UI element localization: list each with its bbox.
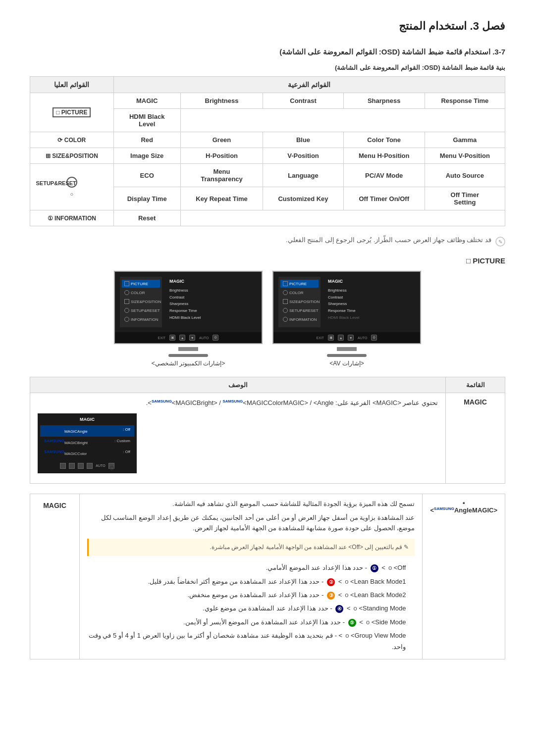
magic-btn-4[interactable] bbox=[87, 463, 93, 469]
monitor-row: PICTURE COLOR SIZE&POSITION SETUP&RESET bbox=[30, 271, 505, 367]
angle-detail: عند المشاهدة بزاوية من أسفل جهاز العرض أ… bbox=[87, 513, 415, 534]
sidebar-size-r: SIZE&POSITION bbox=[280, 298, 319, 305]
badge-5: ⑤ bbox=[348, 619, 356, 627]
monitor-right-bottom: EXIT ▣ ▲ ▼ AUTO ⚙ bbox=[273, 332, 420, 343]
note-icon: ✎ bbox=[495, 237, 505, 247]
desc-table: القائمة الوصف MAGIC تحتوي عناصر <MAGIC> … bbox=[30, 377, 505, 484]
angle-note: ✎ قم بالتعيين إلى <Off> عند المشاهدة من … bbox=[87, 539, 415, 556]
picture-heading: PICTURE □ bbox=[30, 256, 505, 265]
table-row: Menu V-Position Menu H-Position V-Positi… bbox=[30, 148, 505, 164]
monitor-left-bottom: EXIT ▣ ▲ ▼ AUTO ⚙ bbox=[115, 332, 262, 343]
panel-sharpness: Sharpness bbox=[169, 301, 257, 307]
cell-color-tone: Color Tone bbox=[343, 132, 425, 148]
desc-magic-content: تحتوي عناصر <MAGIC> الفرعية على: SAMSUNG… bbox=[30, 393, 446, 484]
magic-item-angle: SAMSUNGMAGICAngle : Off bbox=[40, 425, 134, 436]
panel-brightness: Brightness bbox=[169, 287, 257, 294]
osd-table: القوائم الفرعية القوائم العليا Response … bbox=[30, 76, 505, 226]
cell-menu-v: Menu V-Position bbox=[425, 148, 505, 164]
badge-2: ② bbox=[327, 578, 335, 586]
magic-btn-auto[interactable]: ⚙ bbox=[108, 463, 114, 469]
cell-hdmi-black-level: HDMI BlackLevel bbox=[113, 109, 180, 132]
btn-1[interactable]: ▣ bbox=[169, 335, 175, 341]
sidebar-color: COLOR bbox=[122, 289, 160, 297]
cell-response-time: Response Time bbox=[425, 93, 505, 109]
table-row: Gamma Color Tone Blue Green Red COLOR ⟳ bbox=[30, 132, 505, 148]
sidebar-picture-active: PICTURE bbox=[122, 280, 160, 288]
badge-4: ④ bbox=[335, 605, 343, 613]
table-row: Response Time Sharpness Contrast Brightn… bbox=[30, 93, 505, 109]
cell-blue: Blue bbox=[263, 132, 343, 148]
desc-row-magic: MAGIC تحتوي عناصر <MAGIC> الفرعية على: S… bbox=[30, 393, 505, 484]
monitor-base-left bbox=[168, 354, 208, 357]
angle-note-icon: ✎ bbox=[404, 544, 409, 551]
monitor-right: PICTURE COLOR SIZE&POSITION SETUP&RESET bbox=[272, 271, 421, 367]
magic-item-color: SAMSUNGMAGICColor : Off bbox=[40, 448, 134, 458]
sidebar-picture-active-r: PICTURE bbox=[280, 280, 319, 288]
sidebar-setup-r: SETUP&RESET bbox=[280, 306, 319, 314]
btn-auto[interactable]: ⚙ bbox=[213, 335, 218, 341]
cell-display-time: Display Time bbox=[113, 187, 180, 210]
magic-item-bright: SAMSUNGMAGICBright : Custom bbox=[40, 437, 134, 448]
sidebar-setup: SETUP&RESET bbox=[122, 306, 160, 314]
panel-magic-title-r: MAGIC bbox=[328, 278, 415, 285]
monitor-right-panel: MAGIC Brightness Contrast Sharpness Resp… bbox=[328, 277, 415, 327]
color-badge: COLOR ⟳ bbox=[57, 137, 86, 144]
note-line: ✎ قد تختلف وظائف جهاز العرض حسب الطّراز.… bbox=[30, 236, 505, 247]
monitor-right-screen: PICTURE COLOR SIZE&POSITION SETUP&RESET bbox=[273, 272, 420, 332]
panel-hdmi-r: HDMI Black Level bbox=[328, 314, 415, 321]
panel-response-time-r: Response Time bbox=[328, 307, 415, 314]
monitor-stand-left bbox=[178, 347, 198, 351]
btn-auto-r[interactable]: ⚙ bbox=[371, 335, 377, 341]
monitor-left-label: <إشارات الكمبيوتر الشخصي> bbox=[152, 360, 225, 367]
cell-menu-transparency: MenuTransparency bbox=[180, 164, 263, 187]
btn-3[interactable]: ▼ bbox=[189, 335, 195, 341]
cell-h-pos: H-Position bbox=[180, 148, 263, 164]
cell-reset: Reset bbox=[113, 210, 180, 226]
osd-header-sub: القوائم الفرعية bbox=[113, 77, 505, 93]
monitor-base-right bbox=[327, 354, 367, 357]
magic-title: MAGIC bbox=[40, 416, 134, 423]
magic-auto-label: AUTO bbox=[96, 463, 105, 469]
magic-btn-1[interactable] bbox=[60, 463, 66, 469]
information-badge: INFORMATION ① bbox=[48, 215, 96, 222]
btn-2[interactable]: ▲ bbox=[179, 335, 185, 341]
setup-icon bbox=[124, 308, 129, 313]
cell-red: Red bbox=[113, 132, 180, 148]
bullet-standing: <Standing Mode> ④ - حدد هذا الإعداد عند … bbox=[87, 602, 410, 615]
panel-contrast: Contrast bbox=[169, 294, 257, 301]
exit-label: EXIT bbox=[158, 336, 166, 340]
angle-magic-menu-cell: • <SAMSUNGAngleMAGIC> bbox=[423, 494, 505, 659]
desc-magic-menu: MAGIC bbox=[446, 393, 505, 484]
magic-desc-text: تحتوي عناصر <MAGIC> الفرعية على: SAMSUNG… bbox=[38, 398, 438, 408]
monitor-left-panel: MAGIC Brightness Contrast Sharpness Resp… bbox=[169, 277, 257, 327]
cell-gamma: Gamma bbox=[425, 132, 505, 148]
color-icon bbox=[124, 290, 129, 295]
btn-3r[interactable]: ▼ bbox=[348, 335, 354, 341]
panel-hdmi: HDMI Black Level bbox=[169, 314, 257, 321]
cell-image-size: Image Size bbox=[113, 148, 180, 164]
cell-sharpness: Sharpness bbox=[343, 93, 425, 109]
panel-response-time: Response Time bbox=[169, 307, 257, 314]
bullet-off: <Off> ① - حدد هذا الإعداد عند الموضع الأ… bbox=[87, 561, 410, 574]
btn-2r[interactable]: ▲ bbox=[338, 335, 344, 341]
cell-empty bbox=[180, 109, 505, 132]
auto-label-r: AUTO bbox=[358, 336, 367, 340]
panel-contrast-r: Contrast bbox=[328, 294, 415, 301]
info-icon bbox=[124, 317, 129, 322]
osd-header-main: القوائم العليا bbox=[30, 77, 114, 93]
table-row: Reset INFORMATION ① bbox=[30, 210, 505, 226]
btn-1r[interactable]: ▣ bbox=[328, 335, 334, 341]
auto-label: AUTO bbox=[199, 336, 209, 340]
cell-eco: ECO bbox=[113, 164, 180, 187]
size-icon-r bbox=[283, 299, 288, 304]
picture-badge: PICTURE □ bbox=[53, 107, 91, 117]
note-text: قد تختلف وظائف جهاز العرض حسب الطّراز. ي… bbox=[286, 236, 491, 244]
chapter-title: فصل 3. استخدام المنتج bbox=[30, 20, 505, 33]
table-row: Auto Source PC/AV Mode Language MenuTran… bbox=[30, 164, 505, 187]
magic-btn-2[interactable] bbox=[69, 463, 75, 469]
magic-col-label: MAGIC bbox=[30, 494, 80, 659]
cell-size-position: SIZE&POSITION ⊞ bbox=[30, 148, 114, 164]
magic-bottom-buttons: AUTO ⚙ bbox=[40, 461, 134, 471]
magic-btn-3[interactable] bbox=[78, 463, 84, 469]
cell-pcav-mode: PC/AV Mode bbox=[343, 164, 425, 187]
